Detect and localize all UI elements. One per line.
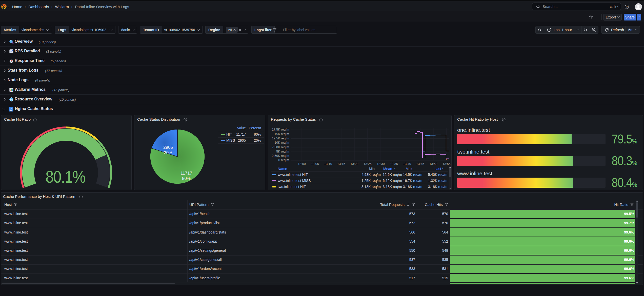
svg-text:?: ? — [626, 5, 628, 8]
